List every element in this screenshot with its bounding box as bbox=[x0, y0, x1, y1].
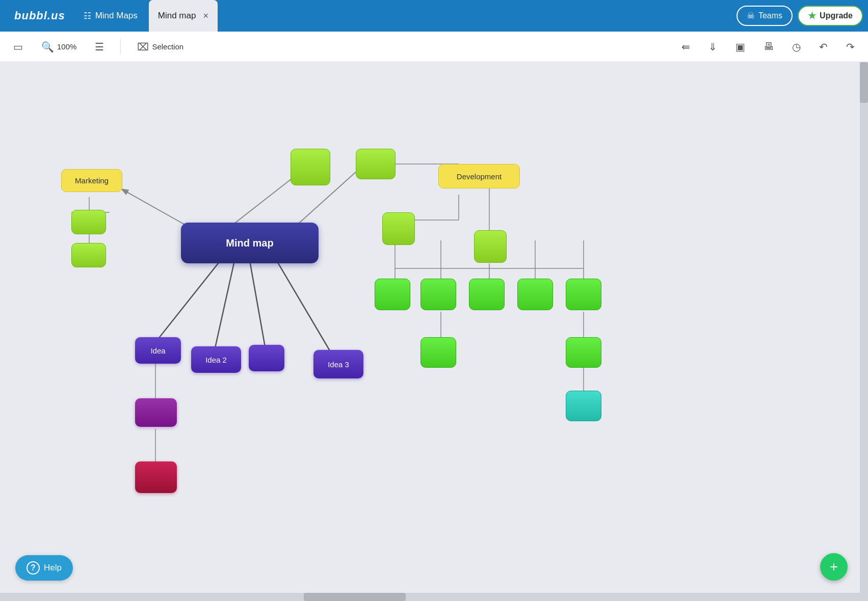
idea3-node[interactable]: Idea 3 bbox=[313, 350, 363, 378]
marketing-node[interactable]: Marketing bbox=[61, 169, 122, 192]
redo-icon: ↷ bbox=[846, 41, 855, 53]
center-node[interactable]: Mind map bbox=[181, 223, 319, 263]
svg-line-4 bbox=[250, 261, 266, 352]
dev-sub1[interactable] bbox=[382, 212, 415, 245]
add-icon: + bbox=[830, 559, 838, 575]
fullscreen-button[interactable]: ▣ bbox=[731, 39, 749, 55]
share-icon: ⇚ bbox=[681, 41, 690, 53]
zoom-level: 100% bbox=[57, 42, 76, 51]
star-icon: ★ bbox=[808, 10, 816, 21]
scrollbar-right-thumb[interactable] bbox=[860, 62, 868, 103]
scrollbar-bottom-thumb[interactable] bbox=[304, 593, 406, 601]
undo-button[interactable]: ↶ bbox=[815, 39, 832, 55]
svg-line-3 bbox=[214, 261, 234, 352]
svg-line-2 bbox=[155, 256, 224, 342]
tab-mindmaps[interactable]: ☷ Mind Maps bbox=[74, 0, 147, 32]
selection-label: Selection bbox=[152, 42, 183, 51]
share-button[interactable]: ⇚ bbox=[677, 39, 694, 55]
dev-lower5[interactable] bbox=[566, 279, 601, 310]
menu-button[interactable]: ☰ bbox=[91, 39, 108, 55]
center-node-label: Mind map bbox=[226, 237, 273, 249]
dev-teal[interactable] bbox=[566, 391, 601, 421]
teams-label: Teams bbox=[758, 11, 782, 20]
topbar-right: ☠ Teams ★ Upgrade bbox=[737, 6, 863, 26]
scrollbar-bottom[interactable] bbox=[0, 593, 868, 601]
dev-sub-r1[interactable] bbox=[474, 230, 507, 263]
dev-lower4[interactable] bbox=[517, 279, 553, 310]
selection-icon: ⌧ bbox=[137, 41, 149, 53]
toolbar-separator bbox=[120, 39, 121, 54]
idea2-label: Idea 2 bbox=[205, 356, 227, 364]
add-node-button[interactable]: + bbox=[820, 553, 848, 581]
history-icon: ◷ bbox=[792, 41, 801, 53]
unnamed-purple[interactable] bbox=[249, 345, 284, 371]
idea2-node[interactable]: Idea 2 bbox=[191, 346, 241, 373]
mindmap-tab-label: Mind map bbox=[158, 11, 196, 21]
monitor-icon: ▣ bbox=[735, 41, 745, 53]
dev-sub-child2[interactable] bbox=[566, 337, 601, 368]
print-icon: 🖶 bbox=[764, 41, 774, 52]
teams-button[interactable]: ☠ Teams bbox=[737, 6, 793, 26]
download-button[interactable]: ⇓ bbox=[704, 39, 721, 55]
history-button[interactable]: ◷ bbox=[788, 39, 805, 55]
globe-icon: ☠ bbox=[747, 10, 755, 21]
idea-sub2[interactable] bbox=[135, 461, 177, 493]
tab-mindmaps-label: Mind Maps bbox=[95, 11, 138, 21]
idea3-label: Idea 3 bbox=[328, 360, 349, 369]
redo-button[interactable]: ↷ bbox=[842, 39, 859, 55]
dev-lower3[interactable] bbox=[469, 279, 505, 310]
dev-sub-child1[interactable] bbox=[420, 337, 456, 368]
help-label: Help bbox=[44, 563, 62, 573]
undo-icon: ↶ bbox=[819, 41, 828, 53]
tab-mindmap-active[interactable]: Mind map × bbox=[149, 0, 218, 32]
top-left-green[interactable] bbox=[291, 149, 330, 185]
close-tab-icon[interactable]: × bbox=[203, 11, 208, 21]
frame-icon: ▭ bbox=[13, 41, 23, 53]
dev-lower2[interactable] bbox=[420, 279, 456, 310]
print-button[interactable]: 🖶 bbox=[759, 39, 778, 54]
logo[interactable]: bubbl.us bbox=[5, 9, 74, 22]
help-button[interactable]: ? Help bbox=[15, 555, 73, 581]
hamburger-icon: ☰ bbox=[95, 41, 104, 53]
connections-svg bbox=[0, 62, 868, 601]
topbar: bubbl.us ☷ Mind Maps Mind map × ☠ Teams … bbox=[0, 0, 868, 32]
mindmaps-doc-icon: ☷ bbox=[84, 11, 91, 21]
top-right-green[interactable] bbox=[356, 149, 396, 179]
selection-tool[interactable]: ⌧ Selection bbox=[133, 39, 188, 55]
zoom-control[interactable]: 🔍 100% bbox=[37, 39, 81, 55]
upgrade-button[interactable]: ★ Upgrade bbox=[798, 6, 863, 26]
help-question-icon: ? bbox=[27, 561, 40, 575]
dev-lower1[interactable] bbox=[375, 279, 410, 310]
scrollbar-right[interactable] bbox=[860, 62, 868, 601]
svg-line-5 bbox=[275, 258, 334, 358]
idea-node[interactable]: Idea bbox=[135, 337, 181, 364]
marketing-sub2[interactable] bbox=[71, 243, 106, 267]
toolbar: ▭ 🔍 100% ☰ ⌧ Selection ⇚ ⇓ ▣ 🖶 ◷ ↶ ↷ bbox=[0, 32, 868, 62]
idea-label: Idea bbox=[150, 346, 165, 355]
upgrade-label: Upgrade bbox=[820, 11, 853, 20]
development-node[interactable]: Development bbox=[438, 164, 520, 188]
zoom-icon: 🔍 bbox=[41, 41, 54, 53]
marketing-sub1[interactable] bbox=[71, 210, 106, 234]
idea-sub1[interactable] bbox=[135, 398, 177, 427]
canvas[interactable]: Mind map Marketing Development Idea Idea… bbox=[0, 62, 868, 601]
toolbar-right: ⇚ ⇓ ▣ 🖶 ◷ ↶ ↷ bbox=[677, 39, 859, 55]
fit-screen-button[interactable]: ▭ bbox=[9, 39, 27, 55]
download-icon: ⇓ bbox=[708, 41, 717, 53]
development-label: Development bbox=[457, 172, 502, 181]
marketing-label: Marketing bbox=[75, 176, 109, 185]
